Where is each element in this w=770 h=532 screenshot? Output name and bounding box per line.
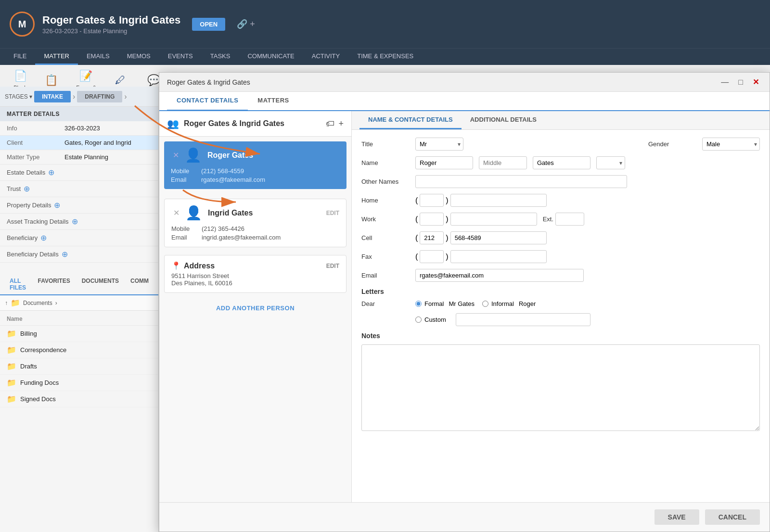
matter-row-property[interactable]: Property Details ⊕ [0, 197, 158, 214]
gender-select[interactable]: MaleFemaleOther [702, 138, 760, 151]
file-tab-comm[interactable]: COMM [125, 274, 154, 294]
custom-radio-item[interactable]: Custom [415, 316, 446, 323]
home-area-input[interactable] [420, 194, 444, 207]
address-edit-button[interactable]: EDIT [326, 263, 339, 269]
matter-row-beneficiary-details[interactable]: Beneficiary Details ⊕ [0, 246, 158, 263]
file-item-correspondence[interactable]: 📁 Correspondence [0, 342, 158, 358]
roger-remove-button[interactable]: ✕ [171, 151, 181, 160]
email-label: Email [361, 272, 410, 279]
trust-plus-icon[interactable]: ⊕ [24, 184, 30, 193]
nav-tab-tasks[interactable]: TASKS [202, 49, 239, 65]
fax-number-input[interactable] [450, 250, 547, 263]
file-tab-all[interactable]: ALL FILES [4, 274, 32, 295]
matter-row-client[interactable]: Client Gates, Roger and Ingrid [0, 136, 158, 150]
subtab-name-contact[interactable]: NAME & CONTACT DETAILS [359, 111, 462, 129]
modal-tab-matters[interactable]: MATTERS [248, 92, 298, 110]
ext-label: Ext. [543, 215, 553, 223]
nav-tab-time-expenses[interactable]: TIME & EXPENSES [348, 49, 422, 65]
home-number-input[interactable] [450, 194, 547, 207]
add-contact-button[interactable]: + [338, 119, 344, 129]
stages-label[interactable]: STAGES ▾ [5, 93, 32, 100]
file-item-drafts[interactable]: 📁 Drafts [0, 358, 158, 375]
minimize-button[interactable]: — [718, 77, 732, 88]
close-button[interactable]: ✕ [750, 76, 762, 88]
cell-area-input[interactable] [420, 231, 444, 244]
custom-input[interactable] [456, 313, 590, 326]
roger-email-label: Email [171, 176, 197, 183]
cancel-button[interactable]: CANCEL [705, 509, 760, 525]
contact-card-roger[interactable]: ✕ 👤 Roger Gates Mobile (212) 568-4559 Em… [164, 141, 346, 189]
ingrid-remove-button[interactable]: ✕ [171, 208, 181, 217]
work-number-input[interactable] [450, 213, 537, 226]
nav-tab-emails[interactable]: EMAILS [78, 49, 118, 65]
cell-number-input[interactable] [450, 231, 547, 244]
drafts-folder-icon: 📁 [7, 362, 16, 371]
informal-radio[interactable] [482, 301, 488, 307]
file-tab-documents[interactable]: DOCUMENTS [76, 274, 125, 294]
stages-bar: STAGES ▾ INTAKE › DRAFTING › [0, 87, 158, 107]
breadcrumb-documents: Documents [23, 300, 52, 306]
matter-row-asset[interactable]: Asset Tracking Details ⊕ [0, 214, 158, 230]
modal-tab-contact-details[interactable]: CONTACT DETAILS [167, 92, 248, 111]
file-item-billing[interactable]: 📁 Billing [0, 326, 158, 342]
nav-tab-file[interactable]: FILE [5, 49, 35, 65]
nav-tab-activity[interactable]: ACTIVITY [303, 49, 349, 65]
matter-row-beneficiary[interactable]: Beneficiary ⊕ [0, 230, 158, 246]
nav-tab-matter[interactable]: MATTER [35, 49, 77, 65]
title-select-wrapper: MrMrsMsDr [415, 138, 463, 151]
ingrid-edit-button[interactable]: EDIT [326, 210, 339, 216]
suffix-select[interactable]: JrSrII [596, 156, 625, 169]
custom-radio[interactable] [415, 317, 422, 323]
app-logo: M [10, 12, 35, 37]
file-item-signed[interactable]: 📁 Signed Docs [0, 391, 158, 407]
work-area-input[interactable] [420, 213, 444, 226]
nav-tab-communicate[interactable]: COMMUNICATE [239, 49, 303, 65]
modal-footer: SAVE CANCEL [159, 502, 770, 532]
roger-name: Roger Gates [207, 151, 253, 160]
matter-row-trust[interactable]: Trust ⊕ [0, 181, 158, 197]
property-plus-icon[interactable]: ⊕ [54, 201, 60, 210]
add-another-person-button[interactable]: ADD ANOTHER PERSON [159, 298, 351, 318]
tag-button[interactable]: 🏷 [326, 119, 334, 129]
first-name-input[interactable] [415, 156, 473, 169]
form-row-email: Email [361, 269, 760, 282]
asset-plus-icon[interactable]: ⊕ [72, 217, 78, 226]
other-names-input[interactable] [415, 175, 627, 188]
beneficiary-plus-icon[interactable]: ⊕ [40, 233, 47, 242]
left-panel: STAGES ▾ INTAKE › DRAFTING › MATTER DETA… [0, 87, 159, 532]
file-tab-favorites[interactable]: FAVORITES [32, 274, 76, 294]
formal-radio[interactable] [415, 301, 422, 307]
nav-tab-events[interactable]: EVENTS [159, 49, 202, 65]
matter-label-client: Client [7, 139, 64, 146]
top-header: M Roger Gates & Ingrid Gates 326-03-2023… [0, 0, 770, 48]
maximize-button[interactable]: □ [735, 77, 746, 88]
contact-card-ingrid[interactable]: ✕ 👤 Ingrid Gates EDIT Mobile (212) 365-4… [164, 199, 346, 247]
up-arrow-icon[interactable]: ↑ [5, 300, 8, 306]
subtab-additional[interactable]: ADDITIONAL DETAILS [462, 111, 545, 129]
email-input[interactable] [415, 269, 584, 282]
ingrid-contact-info: Mobile (212) 365-4426 Email ingrid.gates… [165, 225, 346, 247]
middle-name-input[interactable] [479, 156, 527, 169]
last-name-input[interactable] [533, 156, 590, 169]
stage-intake[interactable]: INTAKE [34, 91, 71, 102]
estate-details-plus-icon[interactable]: ⊕ [48, 168, 54, 177]
stage-drafting[interactable]: DRAFTING [77, 91, 122, 102]
open-button[interactable]: OPEN [192, 18, 225, 31]
nav-tab-memos[interactable]: MEMOS [118, 49, 159, 65]
formal-value: Mr Gates [449, 300, 474, 307]
modal-titlebar: Roger Gates & Ingrid Gates — □ ✕ [159, 73, 770, 92]
file-item-funding[interactable]: 📁 Funding Docs [0, 375, 158, 391]
save-button[interactable]: SAVE [654, 509, 699, 525]
correspondence-label: Correspondence [20, 346, 66, 354]
notes-textarea[interactable] [361, 344, 760, 431]
home-paren-open: ( [415, 196, 418, 205]
matter-row-estate[interactable]: Estate Details ⊕ [0, 165, 158, 181]
beneficiary-details-plus-icon[interactable]: ⊕ [62, 250, 68, 259]
pin-icon[interactable]: 🔗 + [237, 19, 255, 29]
work-ext-input[interactable] [555, 213, 584, 226]
title-select[interactable]: MrMrsMsDr [415, 138, 463, 151]
formal-radio-item[interactable]: Formal Mr Gates [415, 300, 475, 307]
matter-label-info: Info [7, 125, 64, 132]
fax-area-input[interactable] [420, 250, 444, 263]
informal-radio-item[interactable]: Informal Roger [482, 300, 536, 307]
